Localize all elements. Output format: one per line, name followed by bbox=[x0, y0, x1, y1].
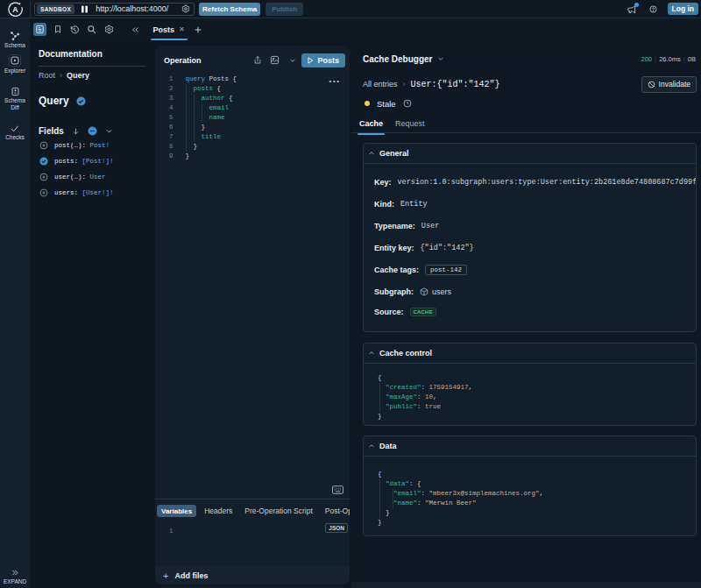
svg-text:A: A bbox=[12, 4, 18, 13]
